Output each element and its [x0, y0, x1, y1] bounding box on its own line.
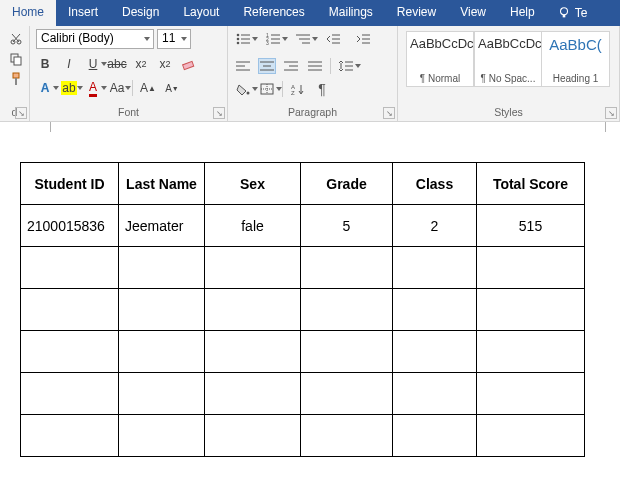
strikethrough-button[interactable]: abc — [108, 55, 126, 73]
italic-button[interactable]: I — [60, 55, 78, 73]
table-row[interactable] — [21, 247, 585, 289]
tab-home[interactable]: Home — [0, 0, 56, 26]
cell[interactable] — [477, 289, 585, 331]
cut-button[interactable] — [8, 31, 24, 47]
style-no-spacing[interactable]: AaBbCcDc ¶ No Spac... — [474, 31, 542, 87]
cell[interactable]: Jeemater — [119, 205, 205, 247]
font-size-select[interactable]: 11 — [157, 29, 191, 49]
clear-formatting-button[interactable] — [180, 55, 198, 73]
cell[interactable] — [21, 247, 119, 289]
tab-design[interactable]: Design — [110, 0, 171, 26]
table-row[interactable] — [21, 373, 585, 415]
justify-button[interactable] — [306, 58, 324, 74]
line-spacing-button[interactable] — [337, 58, 355, 74]
cell[interactable] — [119, 247, 205, 289]
align-center-button[interactable] — [258, 58, 276, 74]
tab-view[interactable]: View — [448, 0, 498, 26]
cell[interactable] — [393, 415, 477, 457]
cell[interactable] — [477, 247, 585, 289]
cell[interactable] — [21, 289, 119, 331]
cell[interactable] — [119, 289, 205, 331]
paragraph-launcher[interactable]: ↘ — [383, 107, 395, 119]
font-name-select[interactable]: Calibri (Body) — [36, 29, 154, 49]
page[interactable]: Student ID Last Name Sex Grade Class Tot… — [10, 136, 610, 467]
align-left-button[interactable] — [234, 58, 252, 74]
cell[interactable] — [301, 415, 393, 457]
align-right-button[interactable] — [282, 58, 300, 74]
col-last-name[interactable]: Last Name — [119, 163, 205, 205]
superscript-button[interactable]: x2 — [156, 55, 174, 73]
cell[interactable] — [21, 415, 119, 457]
cell[interactable] — [477, 415, 585, 457]
cell[interactable] — [205, 247, 301, 289]
underline-button[interactable]: U — [84, 55, 102, 73]
table-row[interactable] — [21, 289, 585, 331]
tab-review[interactable]: Review — [385, 0, 448, 26]
cell[interactable] — [21, 373, 119, 415]
shrink-font-button[interactable]: A▼ — [163, 79, 181, 97]
cell[interactable] — [301, 373, 393, 415]
highlight-button[interactable]: ab — [60, 79, 78, 97]
cell[interactable] — [205, 289, 301, 331]
font-launcher[interactable]: ↘ — [213, 107, 225, 119]
cell[interactable] — [393, 373, 477, 415]
table-row[interactable]: 2100015836 Jeemater fale 5 2 515 — [21, 205, 585, 247]
bullets-button[interactable] — [234, 31, 252, 47]
col-class[interactable]: Class — [393, 163, 477, 205]
grow-font-button[interactable]: A▲ — [139, 79, 157, 97]
borders-button[interactable] — [258, 81, 276, 97]
cell[interactable] — [301, 247, 393, 289]
cell[interactable] — [119, 373, 205, 415]
tab-insert[interactable]: Insert — [56, 0, 110, 26]
styles-launcher[interactable]: ↘ — [605, 107, 617, 119]
change-case-button[interactable]: Aa — [108, 79, 126, 97]
cell[interactable] — [393, 247, 477, 289]
cell[interactable]: 2 — [393, 205, 477, 247]
cell[interactable]: 2100015836 — [21, 205, 119, 247]
format-painter-button[interactable] — [8, 71, 24, 87]
font-color-button[interactable]: A — [84, 79, 102, 97]
col-total-score[interactable]: Total Score — [477, 163, 585, 205]
sort-button[interactable]: AZ — [289, 81, 307, 97]
cell[interactable]: fale — [205, 205, 301, 247]
subscript-button[interactable]: x2 — [132, 55, 150, 73]
cell[interactable] — [21, 331, 119, 373]
col-grade[interactable]: Grade — [301, 163, 393, 205]
copy-button[interactable] — [8, 51, 24, 67]
cell[interactable] — [393, 331, 477, 373]
tab-help[interactable]: Help — [498, 0, 547, 26]
cell[interactable] — [477, 373, 585, 415]
decrease-indent-button[interactable] — [324, 31, 342, 47]
cell[interactable] — [205, 373, 301, 415]
col-sex[interactable]: Sex — [205, 163, 301, 205]
cell[interactable]: 5 — [301, 205, 393, 247]
ruler[interactable] — [10, 122, 610, 136]
cell[interactable] — [119, 331, 205, 373]
style-normal[interactable]: AaBbCcDc ¶ Normal — [406, 31, 474, 87]
tab-mailings[interactable]: Mailings — [317, 0, 385, 26]
cell[interactable] — [205, 415, 301, 457]
clipboard-launcher[interactable]: ↘ — [15, 107, 27, 119]
multilevel-list-button[interactable] — [294, 31, 312, 47]
show-marks-button[interactable]: ¶ — [313, 81, 331, 97]
bold-button[interactable]: B — [36, 55, 54, 73]
cell[interactable] — [477, 331, 585, 373]
cell[interactable] — [205, 331, 301, 373]
shading-button[interactable] — [234, 81, 252, 97]
tab-layout[interactable]: Layout — [171, 0, 231, 26]
student-table[interactable]: Student ID Last Name Sex Grade Class Tot… — [20, 162, 585, 457]
table-row[interactable] — [21, 331, 585, 373]
increase-indent-button[interactable] — [354, 31, 372, 47]
style-heading1[interactable]: AaBbC( Heading 1 — [542, 31, 610, 87]
col-student-id[interactable]: Student ID — [21, 163, 119, 205]
table-row[interactable] — [21, 415, 585, 457]
text-effects-button[interactable]: A — [36, 79, 54, 97]
cell[interactable] — [301, 289, 393, 331]
cell[interactable] — [301, 331, 393, 373]
tell-me[interactable]: Te — [547, 0, 594, 26]
numbering-button[interactable]: 123 — [264, 31, 282, 47]
cell[interactable]: 515 — [477, 205, 585, 247]
tab-references[interactable]: References — [231, 0, 316, 26]
cell[interactable] — [393, 289, 477, 331]
cell[interactable] — [119, 415, 205, 457]
